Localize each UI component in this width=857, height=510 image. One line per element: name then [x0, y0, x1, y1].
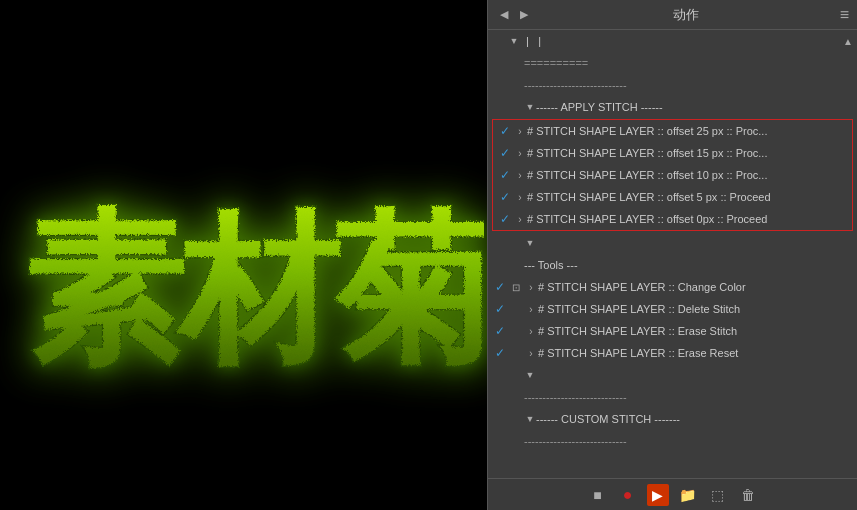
stop-icon: ■: [593, 487, 601, 503]
erase-reset-item[interactable]: ✓ › # STITCH SHAPE LAYER :: Erase Reset: [488, 342, 857, 364]
checkmark: ✓: [497, 168, 513, 182]
panel-content[interactable]: ▼ | | ▲ ========== ---------------------…: [488, 30, 857, 478]
expand-arrow[interactable]: ›: [513, 192, 527, 203]
expand-arrow[interactable]: ›: [524, 326, 538, 337]
delete-icon: 🗑: [741, 487, 755, 503]
play-icon: ▶: [652, 487, 663, 503]
item-text: ----------------------------: [524, 435, 853, 447]
expand-arrow[interactable]: ›: [524, 348, 538, 359]
expand-arrow[interactable]: ›: [513, 214, 527, 225]
item-text: # STITCH SHAPE LAYER :: offset 5 px :: P…: [527, 191, 848, 203]
delete-stitch-item[interactable]: ✓ › # STITCH SHAPE LAYER :: Delete Stitc…: [488, 298, 857, 320]
list-item[interactable]: ▼: [488, 232, 857, 254]
panel-footer: ■ ● ▶ 📁 ⬚ 🗑: [488, 478, 857, 510]
red-group: ✓ › # STITCH SHAPE LAYER :: offset 25 px…: [492, 119, 853, 231]
item-text: # STITCH SHAPE LAYER :: Erase Stitch: [538, 325, 853, 337]
list-item[interactable]: ==========: [488, 52, 857, 74]
custom-stitch-group[interactable]: ▼ ------ CUSTOM STITCH -------: [488, 408, 857, 430]
list-item[interactable]: ----------------------------: [488, 74, 857, 96]
item-text: ----------------------------: [524, 79, 853, 91]
list-item[interactable]: ✓ › # STITCH SHAPE LAYER :: offset 0px :…: [493, 208, 852, 230]
list-item[interactable]: ▼: [488, 364, 857, 386]
delete-button[interactable]: 🗑: [737, 484, 759, 506]
arrow-down[interactable]: ▼: [524, 102, 536, 112]
item-text: # STITCH SHAPE LAYER :: offset 0px :: Pr…: [527, 213, 848, 225]
change-color-item[interactable]: ✓ ⊡ › # STITCH SHAPE LAYER :: Change Col…: [488, 276, 857, 298]
checkmark: ✓: [492, 346, 508, 360]
checkmark: ✓: [497, 190, 513, 204]
svg-text:菊: 菊: [333, 202, 484, 380]
arrow-down[interactable]: ▼: [524, 238, 536, 248]
list-item[interactable]: ▼ | | ▲: [488, 30, 857, 52]
new-action-button[interactable]: ⬚: [707, 484, 729, 506]
play-button[interactable]: ▶: [647, 484, 669, 506]
expand-arrow[interactable]: ›: [513, 126, 527, 137]
checkmark: ✓: [492, 324, 508, 338]
canvas-artwork: 素 材 菊: [4, 55, 484, 455]
folder-button[interactable]: 📁: [677, 484, 699, 506]
actions-panel: ◀ ▶ 动作 ≡ ▼ | | ▲ ========== ------------…: [487, 0, 857, 510]
arrow-down[interactable]: ▼: [524, 370, 536, 380]
list-item[interactable]: ✓ › # STITCH SHAPE LAYER :: offset 10 px…: [493, 164, 852, 186]
expand-arrow[interactable]: ›: [513, 170, 527, 181]
expand-right-btn[interactable]: ▶: [516, 6, 532, 23]
tools-group[interactable]: --- Tools ---: [488, 254, 857, 276]
custom-stitch-label: ------ CUSTOM STITCH -------: [536, 413, 853, 425]
layer-icon: ⊡: [508, 282, 524, 293]
checkmark: ✓: [492, 302, 508, 316]
svg-text:材: 材: [175, 202, 341, 380]
panel-title: 动作: [673, 6, 699, 24]
list-item[interactable]: ✓ › # STITCH SHAPE LAYER :: offset 15 px…: [493, 142, 852, 164]
panel-menu-icon[interactable]: ≡: [840, 6, 849, 24]
list-item[interactable]: ✓ › # STITCH SHAPE LAYER :: offset 25 px…: [493, 120, 852, 142]
apply-stitch-group[interactable]: ▼ ------ APPLY STITCH ------: [488, 96, 857, 118]
item-text: ----------------------------: [524, 391, 853, 403]
expand-arrow[interactable]: ›: [524, 304, 538, 315]
list-item[interactable]: ----------------------------: [488, 430, 857, 452]
item-text: # STITCH SHAPE LAYER :: Change Color: [538, 281, 853, 293]
item-text: # STITCH SHAPE LAYER :: Delete Stitch: [538, 303, 853, 315]
item-text: | |: [520, 35, 843, 47]
scroll-up-btn[interactable]: ▲: [843, 36, 853, 47]
arrow-down[interactable]: ▼: [524, 414, 536, 424]
item-text: # STITCH SHAPE LAYER :: Erase Reset: [538, 347, 853, 359]
folder-icon: 📁: [679, 487, 696, 503]
collapse-left-btn[interactable]: ◀: [496, 6, 512, 23]
checkmark: ✓: [497, 212, 513, 226]
tools-label: --- Tools ---: [524, 259, 853, 271]
item-text: # STITCH SHAPE LAYER :: offset 15 px :: …: [527, 147, 848, 159]
item-text: # STITCH SHAPE LAYER :: offset 10 px :: …: [527, 169, 848, 181]
canvas-area: 素 材 菊: [0, 0, 487, 510]
checkmark: ✓: [497, 124, 513, 138]
svg-text:素: 素: [24, 202, 185, 380]
expand-arrow[interactable]: ›: [524, 282, 538, 293]
checkmark: ✓: [492, 280, 508, 294]
erase-stitch-item[interactable]: ✓ › # STITCH SHAPE LAYER :: Erase Stitch: [488, 320, 857, 342]
item-text: # STITCH SHAPE LAYER :: offset 25 px :: …: [527, 125, 848, 137]
arrow-down[interactable]: ▼: [508, 36, 520, 46]
record-button[interactable]: ●: [617, 484, 639, 506]
checkmark: ✓: [497, 146, 513, 160]
stop-button[interactable]: ■: [587, 484, 609, 506]
new-action-icon: ⬚: [711, 487, 724, 503]
list-item[interactable]: ✓ › # STITCH SHAPE LAYER :: offset 5 px …: [493, 186, 852, 208]
expand-arrow[interactable]: ›: [513, 148, 527, 159]
panel-header: ◀ ▶ 动作 ≡: [488, 0, 857, 30]
apply-stitch-label: ------ APPLY STITCH ------: [536, 101, 853, 113]
record-icon: ●: [623, 486, 633, 504]
item-text: ==========: [524, 57, 853, 69]
list-item[interactable]: ----------------------------: [488, 386, 857, 408]
